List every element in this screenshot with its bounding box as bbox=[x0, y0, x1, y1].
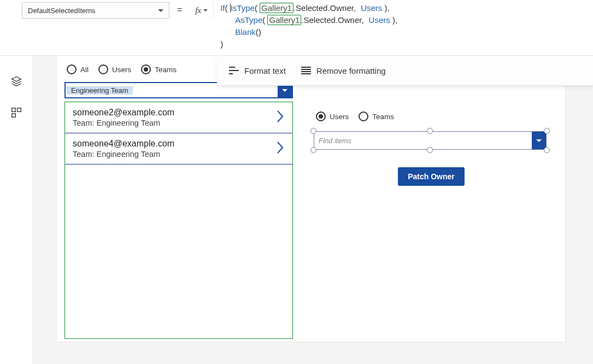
radio-teams-right[interactable]: Teams bbox=[359, 111, 394, 121]
resize-handle[interactable] bbox=[310, 147, 316, 153]
components-icon[interactable] bbox=[11, 107, 22, 118]
radio-icon bbox=[141, 64, 151, 74]
svg-rect-1 bbox=[17, 108, 21, 112]
radio-all[interactable]: All bbox=[67, 64, 89, 74]
equals-label: = bbox=[177, 5, 182, 15]
tree-view-icon[interactable] bbox=[11, 75, 22, 86]
format-text-button[interactable]: Format text bbox=[229, 66, 286, 75]
remove-formatting-button[interactable]: Remove formatting bbox=[301, 66, 386, 75]
right-radio-group: Users Teams bbox=[314, 111, 549, 121]
fx-icon: fx bbox=[195, 6, 201, 15]
resize-handle[interactable] bbox=[310, 128, 316, 134]
patch-owner-button[interactable]: Patch Owner bbox=[398, 167, 465, 186]
format-text-icon bbox=[229, 67, 239, 74]
gallery[interactable]: someone2@example.com Team: Engineering T… bbox=[64, 102, 293, 339]
gallery-item-team: Team: Engineering Team bbox=[73, 119, 174, 127]
chevron-right-icon bbox=[276, 109, 285, 126]
resize-handle[interactable] bbox=[427, 147, 433, 153]
radio-teams[interactable]: Teams bbox=[141, 64, 177, 74]
chevron-down-icon bbox=[158, 9, 163, 12]
radio-icon bbox=[98, 64, 108, 74]
resize-handle[interactable] bbox=[544, 147, 550, 153]
chevron-down-icon bbox=[203, 9, 208, 11]
formula-toolbar: Format text Remove formatting bbox=[217, 56, 593, 86]
gallery-item-email: someone4@example.com bbox=[73, 139, 174, 149]
right-panel: Users Teams Find items Patch Owner bbox=[314, 111, 549, 186]
radio-users[interactable]: Users bbox=[98, 64, 131, 74]
format-text-label: Format text bbox=[244, 66, 286, 75]
owner-combobox-selected[interactable]: Find items bbox=[314, 131, 547, 150]
fx-button[interactable]: fx bbox=[190, 2, 214, 19]
svg-rect-2 bbox=[11, 114, 15, 118]
gallery-item-team: Team: Engineering Team bbox=[73, 150, 174, 158]
property-selector-value: DefaultSelectedItems bbox=[28, 7, 96, 15]
app-canvas: All Users Teams Engineering Team someone… bbox=[57, 55, 565, 342]
gallery-item[interactable]: someone4@example.com Team: Engineering T… bbox=[65, 133, 292, 165]
owner-combobox-placeholder: Find items bbox=[314, 137, 356, 145]
remove-formatting-label: Remove formatting bbox=[316, 66, 386, 75]
radio-icon bbox=[359, 111, 368, 121]
formula-editor[interactable]: If( IsType( Gallery1.Selected.Owner, Use… bbox=[214, 0, 593, 54]
chevron-right-icon bbox=[276, 140, 285, 157]
radio-icon bbox=[67, 64, 77, 74]
property-selector[interactable]: DefaultSelectedItems bbox=[22, 2, 169, 19]
radio-icon bbox=[316, 111, 326, 121]
remove-formatting-icon bbox=[301, 67, 311, 74]
gallery-item[interactable]: someone2@example.com Team: Engineering T… bbox=[65, 102, 292, 133]
svg-rect-0 bbox=[11, 108, 15, 112]
chevron-down-icon bbox=[532, 132, 546, 149]
team-combobox-value: Engineering Team bbox=[67, 86, 133, 95]
resize-handle[interactable] bbox=[544, 128, 550, 134]
formula-bar: DefaultSelectedItems = fx If( IsType( Ga… bbox=[0, 0, 593, 56]
left-rail bbox=[0, 22, 33, 364]
resize-handle[interactable] bbox=[427, 128, 433, 134]
radio-users-right[interactable]: Users bbox=[316, 111, 349, 121]
gallery-item-email: someone2@example.com bbox=[73, 108, 174, 118]
left-panel: All Users Teams Engineering Team someone… bbox=[64, 64, 293, 339]
